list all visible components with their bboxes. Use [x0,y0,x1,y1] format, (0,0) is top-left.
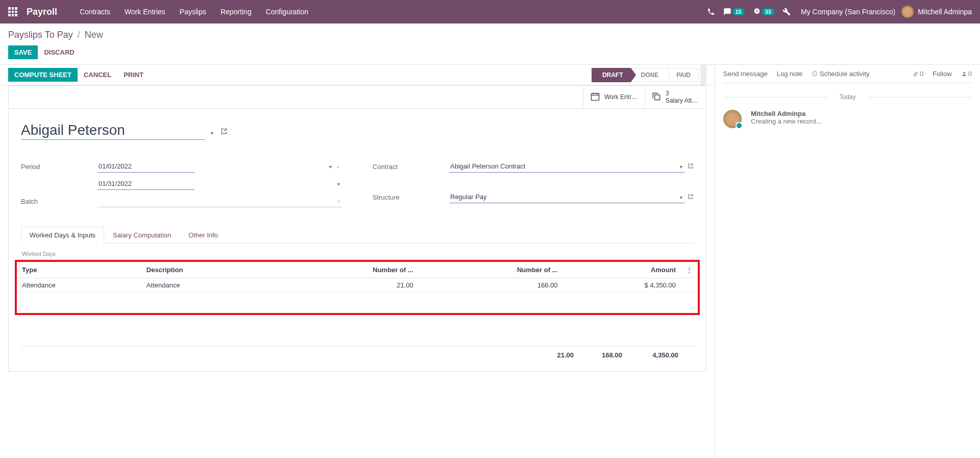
col-days[interactable]: Number of ... [274,262,419,278]
message-item: Mitchell Adminpa Creating a new record..… [723,107,972,131]
stat-work-entries[interactable]: Work Entries [583,86,645,108]
table-header-row: Type Description Number of ... Number of… [17,262,698,278]
copy-icon [651,91,662,103]
cell-desc: Attendance [141,278,274,293]
message-avatar [723,110,742,128]
label-batch: Batch [21,198,97,205]
contract-input[interactable] [449,160,684,173]
stat-work-entries-label: Work Entries [604,93,639,101]
date-separator: Today [723,93,972,101]
section-worked-days: Worked Days [22,251,694,257]
chevron-down-icon[interactable]: ▾ [680,164,682,170]
chevron-down-icon[interactable]: ▾ [337,199,340,204]
stat-buttons: Work Entries 3 Salary Atta... [9,86,706,109]
external-link-icon[interactable] [688,194,694,201]
worked-days-table: Type Description Number of ... Number of… [17,262,698,313]
print-button[interactable]: PRINT [117,68,150,82]
scrollbar-hint [700,65,706,85]
save-button[interactable]: SAVE [8,45,38,59]
col-description[interactable]: Description [141,262,274,278]
stage-draft[interactable]: DRAFT [592,68,631,82]
menu-configuration[interactable]: Configuration [259,8,315,16]
message-author: Mitchell Adminpa [751,110,822,117]
menu-payslips[interactable]: Payslips [173,8,213,16]
chevron-down-icon[interactable]: ▾ [329,164,332,170]
total-amount: 4,350.00 [622,351,678,359]
stat-salary-label: Salary Atta... [666,97,700,104]
stat-salary-count: 3 [666,90,700,97]
table-row[interactable]: Attendance Attendance 21.00 168.00 $ 4,3… [17,278,698,293]
breadcrumb-parent[interactable]: Payslips To Pay [8,30,73,40]
form-sheet: Work Entries 3 Salary Atta... ▾ [8,85,706,372]
label-period: Period [21,163,97,171]
company-selector[interactable]: My Company (San Francisco) [801,8,895,16]
menu-work-entries[interactable]: Work Entries [117,8,173,16]
top-navbar: Payroll Contracts Work Entries Payslips … [0,0,980,23]
stat-salary-attachments[interactable]: 3 Salary Atta... [645,86,706,108]
chevron-down-icon[interactable]: ▾ [211,130,213,136]
menu-contracts[interactable]: Contracts [72,8,117,16]
breadcrumb-current: New [85,30,103,40]
cancel-button[interactable]: CANCEL [78,68,117,82]
tab-salary-computation[interactable]: Salary Computation [104,227,180,244]
batch-input[interactable] [97,195,342,207]
date-from-input[interactable] [97,160,194,173]
message-body: Creating a new record... [751,117,822,125]
chevron-down-icon[interactable]: ▾ [337,181,340,187]
app-brand[interactable]: Payroll [27,7,57,17]
svg-rect-1 [655,94,660,100]
follow-button[interactable]: Follow [933,70,952,78]
attachments-button[interactable]: 0 [913,70,923,78]
date-to-input[interactable] [97,178,194,190]
followers-button[interactable]: 0 [961,70,972,78]
menu-reporting[interactable]: Reporting [213,8,259,16]
col-type[interactable]: Type [17,262,141,278]
svg-point-3 [963,72,965,74]
chatter: Send message Log note Schedule activity … [715,65,980,458]
messages-icon[interactable]: 15 [723,8,745,16]
notebook-tabs: Worked Days & Inputs Salary Computation … [21,227,694,244]
employee-field[interactable] [21,121,205,140]
user-menu[interactable]: Mitchell Adminpa [918,8,972,16]
col-amount[interactable]: Amount [562,262,681,278]
cell-type: Attendance [17,278,141,293]
schedule-activity-button[interactable]: Schedule activity [812,70,869,78]
cell-hours: 168.00 [419,278,563,293]
tab-worked-days[interactable]: Worked Days & Inputs [21,227,104,244]
highlighted-table: Type Description Number of ... Number of… [15,260,700,315]
apps-icon[interactable] [8,7,17,16]
kebab-icon[interactable]: ⋮ [681,262,698,278]
col-hours[interactable]: Number of ... [419,262,563,278]
activities-icon[interactable]: 33 [753,8,774,16]
label-contract: Contract [373,163,449,171]
phone-icon[interactable] [707,8,715,16]
user-avatar[interactable] [901,6,914,18]
chevron-down-icon[interactable]: ▾ [680,195,682,200]
form-view: COMPUTE SHEET CANCEL PRINT DRAFT DONE PA… [0,65,715,458]
label-structure: Structure [373,194,449,201]
compute-sheet-button[interactable]: COMPUTE SHEET [8,68,78,82]
status-bar: COMPUTE SHEET CANCEL PRINT DRAFT DONE PA… [0,65,715,85]
cell-days: 21.00 [274,278,419,293]
debug-icon[interactable] [782,8,791,16]
discard-button[interactable]: DISCARD [44,45,74,59]
table-totals: 21.00 168.00 4,350.00 [21,346,694,359]
total-hours: 168.00 [574,351,622,359]
log-note-button[interactable]: Log note [777,70,803,78]
status-stages: DRAFT DONE PAID [592,68,698,82]
activities-badge: 33 [762,8,774,15]
messages-badge: 15 [732,8,745,15]
structure-input[interactable] [449,191,684,203]
cell-amount: $ 4,350.00 [562,278,681,293]
external-link-icon[interactable] [220,128,228,136]
calendar-icon [590,91,600,103]
external-link-icon[interactable] [688,163,694,171]
send-message-button[interactable]: Send message [723,70,768,78]
breadcrumb: Payslips To Pay / New [0,23,980,43]
total-days: 21.00 [525,351,574,359]
tab-other-info[interactable]: Other Info [180,227,227,244]
svg-rect-0 [592,93,599,100]
edit-actions: SAVE DISCARD [0,43,980,64]
